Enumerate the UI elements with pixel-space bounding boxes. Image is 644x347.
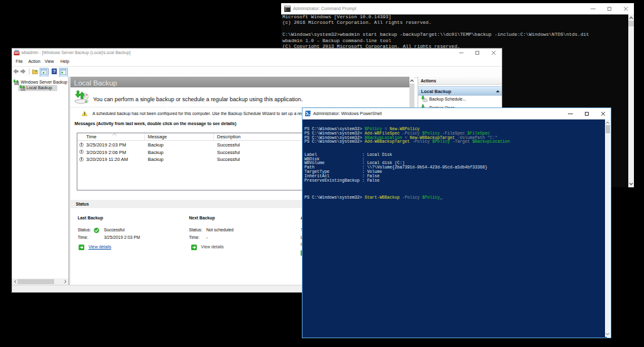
svg-text:C: C	[285, 8, 287, 12]
svg-text:?: ?	[53, 69, 56, 74]
